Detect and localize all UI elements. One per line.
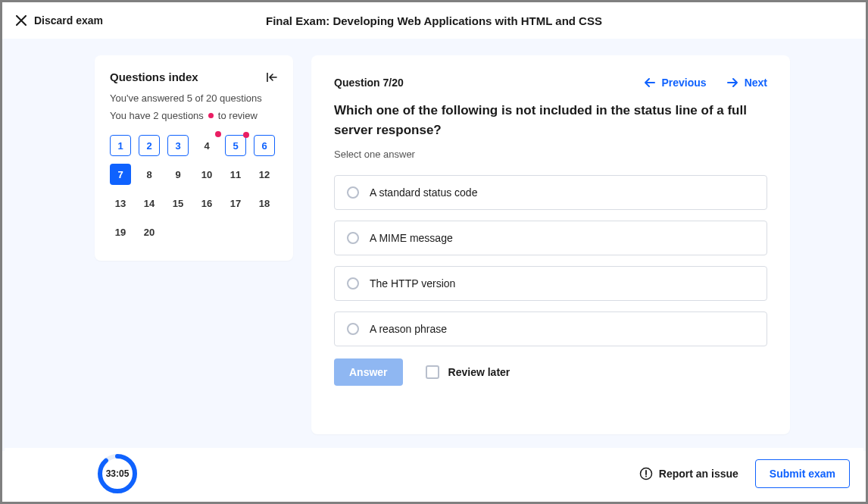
questions-index-title: Questions index (110, 70, 198, 83)
question-cell-1[interactable]: 1 (110, 135, 131, 156)
review-flag-icon (243, 132, 249, 138)
radio-icon (347, 323, 359, 335)
question-cell-17[interactable]: 17 (225, 193, 246, 214)
questions-index-panel: Questions index You've answered 5 of 20 … (95, 55, 293, 261)
discard-exam-button[interactable]: Discard exam (16, 14, 103, 27)
question-grid: 1234567891011121314151617181920 (110, 135, 278, 243)
svg-point-4 (645, 476, 647, 477)
radio-icon (347, 232, 359, 244)
question-cell-7[interactable]: 7 (110, 164, 131, 185)
answer-option-label: A MIME message (370, 232, 453, 244)
answer-options: A standard status codeA MIME messageThe … (334, 175, 767, 346)
answer-option-4[interactable]: A reason phrase (334, 311, 767, 346)
exam-title: Final Exam: Developing Web Applications … (2, 14, 866, 27)
top-bar: Discard exam Final Exam: Developing Web … (2, 2, 866, 39)
question-cell-2[interactable]: 2 (139, 135, 160, 156)
question-cell-20[interactable]: 20 (139, 221, 160, 243)
question-instruction: Select one answer (334, 149, 767, 160)
discard-exam-label: Discard exam (34, 14, 103, 27)
timer: 33:05 (97, 453, 138, 494)
answer-option-3[interactable]: The HTTP version (334, 266, 767, 301)
main-area: Questions index You've answered 5 of 20 … (2, 39, 866, 451)
arrow-right-icon (726, 77, 738, 89)
question-cell-16[interactable]: 16 (196, 193, 217, 214)
bottom-bar: 33:05 Report an issue Submit exam (5, 448, 863, 499)
question-cell-6[interactable]: 6 (254, 135, 275, 156)
answer-option-label: A reason phrase (370, 323, 447, 335)
review-count-text-a: You have 2 questions (110, 110, 204, 121)
previous-question-button[interactable]: Previous (644, 77, 707, 89)
question-card: Question 7/20 Previous Next Which one of… (311, 55, 790, 434)
question-cell-19[interactable]: 19 (110, 221, 131, 243)
timer-ring-icon (97, 453, 138, 494)
question-cell-5[interactable]: 5 (225, 135, 246, 156)
answer-option-1[interactable]: A standard status code (334, 175, 767, 210)
report-issue-button[interactable]: Report an issue (639, 467, 738, 481)
arrow-left-icon (644, 77, 656, 89)
collapse-panel-icon[interactable] (266, 71, 278, 83)
next-label: Next (745, 77, 767, 89)
radio-icon (347, 186, 359, 199)
answer-button[interactable]: Answer (334, 358, 403, 386)
question-cell-12[interactable]: 12 (254, 164, 275, 185)
question-cell-8[interactable]: 8 (139, 164, 160, 185)
question-cell-4[interactable]: 4 (196, 135, 217, 156)
question-cell-3[interactable]: 3 (167, 135, 189, 156)
checkbox-icon (426, 365, 439, 379)
question-counter: Question 7/20 (334, 77, 404, 89)
answered-progress-text: You've answered 5 of 20 questions (110, 92, 278, 104)
review-later-toggle[interactable]: Review later (426, 365, 510, 379)
previous-label: Previous (662, 77, 707, 89)
question-cell-9[interactable]: 9 (167, 164, 189, 185)
answer-option-label: A standard status code (370, 186, 477, 199)
answer-option-label: The HTTP version (370, 277, 455, 290)
report-issue-label: Report an issue (659, 468, 738, 480)
question-cell-11[interactable]: 11 (225, 164, 246, 185)
review-count-text: You have 2 questions to review (110, 110, 278, 121)
svg-point-1 (100, 456, 135, 491)
radio-icon (347, 277, 359, 290)
review-dot-icon (208, 113, 214, 118)
review-flag-icon (215, 131, 221, 137)
next-question-button[interactable]: Next (726, 77, 767, 89)
question-text: Which one of the following is not includ… (334, 101, 758, 141)
close-icon (16, 15, 27, 26)
review-count-text-b: to review (218, 110, 258, 121)
submit-exam-button[interactable]: Submit exam (755, 459, 850, 488)
question-cell-10[interactable]: 10 (196, 164, 217, 185)
question-cell-18[interactable]: 18 (254, 193, 275, 214)
answer-option-2[interactable]: A MIME message (334, 221, 767, 255)
review-later-label: Review later (448, 366, 510, 378)
question-cell-15[interactable]: 15 (167, 193, 189, 214)
question-cell-14[interactable]: 14 (139, 193, 160, 214)
alert-icon (639, 467, 653, 481)
question-cell-13[interactable]: 13 (110, 193, 131, 214)
